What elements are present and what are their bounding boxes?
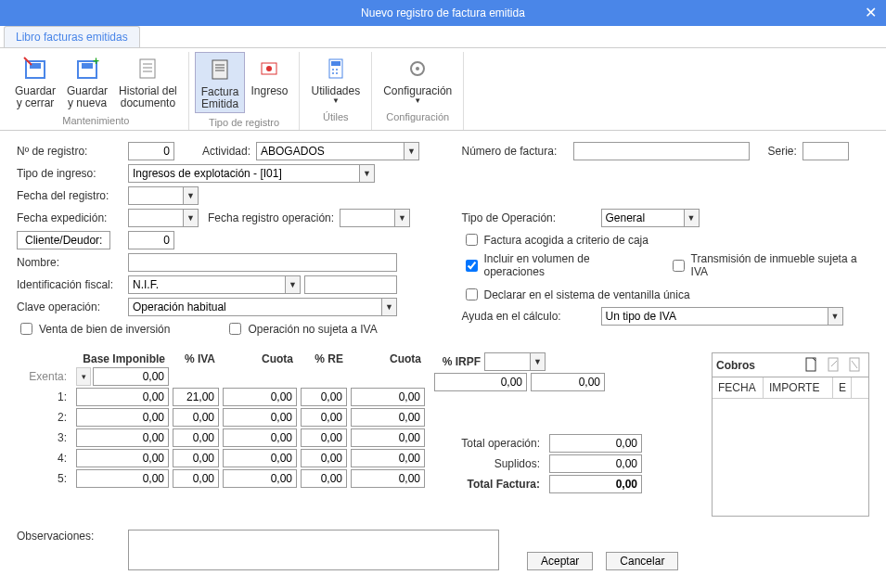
importe-col-header[interactable]: IMPORTE xyxy=(764,377,833,398)
r1-cuota2[interactable] xyxy=(351,388,425,406)
aceptar-button[interactable]: Aceptar xyxy=(527,552,593,570)
fecha-exped-input[interactable] xyxy=(128,209,184,227)
nombre-input[interactable] xyxy=(128,253,397,272)
r4-iva[interactable] xyxy=(173,449,219,467)
fecha-registro-input[interactable] xyxy=(128,186,184,205)
save-new-icon: + xyxy=(72,54,102,83)
chevron-down-icon[interactable]: ▼ xyxy=(184,186,199,205)
edit-doc-icon[interactable] xyxy=(825,355,843,374)
chevron-down-icon[interactable]: ▼ xyxy=(828,307,843,326)
fecha-reg-op-input[interactable] xyxy=(340,209,395,227)
r2-re[interactable] xyxy=(301,408,347,427)
chevron-down-icon[interactable]: ▾ xyxy=(76,367,91,386)
r5-iva[interactable] xyxy=(173,469,219,488)
r4-cuota2[interactable] xyxy=(351,449,425,467)
chevron-down-icon[interactable]: ▼ xyxy=(184,209,199,227)
factura-emitida-button[interactable]: Factura Emitida xyxy=(195,52,246,113)
delete-doc-icon[interactable] xyxy=(846,355,865,374)
ingreso-button[interactable]: Ingreso xyxy=(245,52,293,113)
r2-base[interactable] xyxy=(76,408,169,427)
venta-inversion-check[interactable]: Venta de bien de inversión xyxy=(17,320,170,338)
document-history-icon xyxy=(133,54,162,83)
serie-label: Serie: xyxy=(768,145,797,158)
irpf-base[interactable] xyxy=(434,373,527,391)
n-registro-label: Nº de registro: xyxy=(17,145,128,158)
r5-re[interactable] xyxy=(301,469,347,488)
suplidos-input[interactable] xyxy=(549,454,642,473)
observaciones-textarea[interactable] xyxy=(128,530,499,570)
fecha-col-header[interactable]: FECHA xyxy=(713,377,764,398)
chevron-down-icon[interactable]: ▼ xyxy=(531,352,546,371)
chevron-down-icon: ▼ xyxy=(332,97,340,106)
r2-iva[interactable] xyxy=(173,408,219,427)
numero-factura-label: Número de factura: xyxy=(462,145,573,158)
chevron-down-icon: ▼ xyxy=(414,97,421,106)
r2-cuota2[interactable] xyxy=(351,408,425,427)
factura-caja-check[interactable]: Factura acogida a criterio de caja xyxy=(462,231,870,249)
declarar-vent-check[interactable]: Declarar en el sistema de ventanilla úni… xyxy=(462,286,870,303)
chevron-down-icon[interactable]: ▼ xyxy=(395,209,410,227)
r5-cuota[interactable] xyxy=(223,469,297,488)
configuracion-button[interactable]: Configuración ▼ xyxy=(378,52,457,108)
ribbon-label: Ingreso xyxy=(250,85,288,97)
r1-re[interactable] xyxy=(301,388,347,406)
fecha-exped-label: Fecha expedición: xyxy=(17,211,128,224)
chevron-down-icon[interactable]: ▼ xyxy=(286,275,301,294)
irpf-cuota[interactable] xyxy=(531,373,605,391)
ribbon-label: Factura Emitida xyxy=(201,86,239,110)
transmision-check[interactable]: Transmisión de inmueble sujeta a IVA xyxy=(669,252,869,278)
chevron-down-icon[interactable]: ▼ xyxy=(685,209,700,227)
new-doc-icon[interactable] xyxy=(803,355,821,374)
ident-fiscal-value-input[interactable] xyxy=(304,275,397,294)
r4-cuota[interactable] xyxy=(223,449,297,467)
svg-line-27 xyxy=(852,361,857,368)
guardar-cerrar-button[interactable]: Guardar y cerrar xyxy=(9,52,61,111)
cuota2-header: Cuota xyxy=(351,352,425,365)
ident-fiscal-select[interactable] xyxy=(128,275,286,294)
serie-input[interactable] xyxy=(803,142,849,160)
ayuda-calc-select[interactable] xyxy=(601,307,828,326)
historial-button[interactable]: Historial del documento xyxy=(113,52,183,111)
pct-re-header: % RE xyxy=(301,352,347,365)
cancelar-button[interactable]: Cancelar xyxy=(606,552,678,570)
r1-cuota[interactable] xyxy=(223,388,297,406)
invoice-icon xyxy=(205,55,235,84)
irpf-select[interactable] xyxy=(484,352,531,371)
cliente-input[interactable] xyxy=(128,231,174,249)
cliente-deudor-button[interactable]: Cliente/Deudor: xyxy=(17,231,110,249)
tipo-ingreso-select[interactable] xyxy=(128,164,360,183)
numero-factura-input[interactable] xyxy=(573,142,750,160)
r5-cuota2[interactable] xyxy=(351,469,425,488)
actividad-label: Actividad: xyxy=(202,145,250,158)
r4-base[interactable] xyxy=(76,449,169,467)
tipo-operacion-select[interactable] xyxy=(601,209,685,227)
r1-base[interactable] xyxy=(76,388,169,406)
chevron-down-icon[interactable]: ▼ xyxy=(382,298,397,316)
e-col-header[interactable]: E xyxy=(833,377,852,398)
r3-iva[interactable] xyxy=(173,428,219,447)
r1-iva[interactable] xyxy=(173,388,219,406)
n-registro-input[interactable] xyxy=(128,142,174,160)
tab-libro-facturas[interactable]: Libro facturas emitidas xyxy=(4,26,140,47)
clave-op-select[interactable] xyxy=(128,298,382,316)
chevron-down-icon[interactable]: ▼ xyxy=(404,142,419,160)
incluir-vol-check[interactable]: Incluir en volumen de operaciones xyxy=(462,252,647,278)
r3-re[interactable] xyxy=(301,428,347,447)
guardar-nueva-button[interactable]: + Guardar y nueva xyxy=(61,52,113,111)
r3-cuota[interactable] xyxy=(223,428,297,447)
chevron-down-icon[interactable]: ▼ xyxy=(360,164,375,183)
actividad-select[interactable] xyxy=(256,142,404,160)
r3-base[interactable] xyxy=(76,428,169,447)
ribbon-group-label: Tipo de registro xyxy=(209,113,279,130)
svg-rect-6 xyxy=(140,59,155,78)
exenta-label: Exenta: xyxy=(17,370,72,383)
r5-base[interactable] xyxy=(76,469,169,488)
exenta-base[interactable] xyxy=(93,367,169,386)
close-icon[interactable]: ✕ xyxy=(865,4,877,21)
r2-cuota[interactable] xyxy=(223,408,297,427)
utilidades-button[interactable]: Utilidades ▼ xyxy=(305,52,366,108)
window-title: Nuevo registro de factura emitida xyxy=(361,6,525,19)
op-no-sujeta-check[interactable]: Operación no sujeta a IVA xyxy=(225,320,377,338)
r4-re[interactable] xyxy=(301,449,347,467)
r3-cuota2[interactable] xyxy=(351,428,425,447)
